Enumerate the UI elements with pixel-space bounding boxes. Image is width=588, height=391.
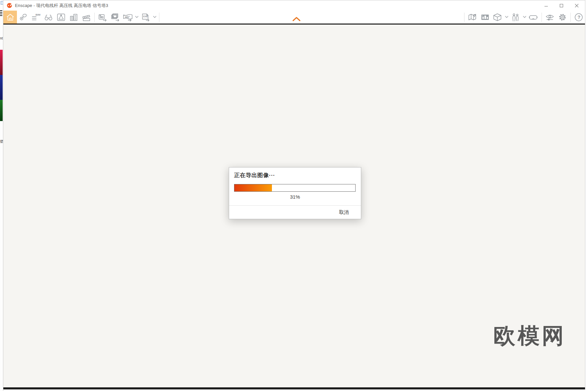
projection-mode-button[interactable]: [491, 11, 504, 24]
screenshot-export-button[interactable]: [96, 11, 109, 24]
window-title: Enscape - 现代电线杆 高压线 高压电塔 信号塔3: [15, 3, 108, 9]
progress-fill: [234, 184, 272, 191]
svg-text:EXE: EXE: [143, 15, 148, 17]
projection-menu-chevron[interactable]: [504, 11, 509, 24]
panorama-menu-chevron[interactable]: [134, 11, 139, 24]
enscape-window: Enscape - 现代电线杆 高压线 高压电塔 信号塔3 BIM: [3, 0, 585, 390]
minimize-button[interactable]: [539, 1, 553, 10]
titlebar: Enscape - 现代电线杆 高压线 高压电塔 信号塔3: [3, 0, 585, 11]
exe-menu-chevron[interactable]: [152, 11, 157, 24]
cube-3d-icon: [493, 13, 503, 22]
video-editor-button[interactable]: [80, 11, 93, 24]
scene-assets-button[interactable]: [67, 11, 80, 24]
help-button[interactable]: ?: [572, 11, 585, 24]
exe-export-button[interactable]: EXE: [139, 11, 152, 24]
batch-render-button[interactable]: [109, 11, 122, 24]
screen: nt 壁 Enscape - 现代电线杆 高压线 高压电塔 信号塔3: [0, 0, 588, 391]
enscape-logo-icon: [7, 3, 12, 8]
background-color-blue: [0, 75, 3, 100]
background-menu-lines: [0, 10, 2, 16]
progress-percent-label: 31%: [229, 194, 361, 200]
settings-button[interactable]: [556, 11, 569, 24]
background-color-red: [0, 50, 3, 75]
visual-settings-button[interactable]: [544, 11, 556, 24]
binoculars-icon: [44, 13, 53, 22]
map-icon: [467, 13, 477, 22]
people-icon: [511, 13, 521, 22]
walk-mode-chevron[interactable]: [522, 11, 527, 24]
site-context-button[interactable]: [17, 11, 30, 24]
clapperboard-icon: [81, 13, 91, 22]
help-icon: ?: [574, 12, 584, 22]
toolbar-separator: [542, 13, 542, 22]
batch-render-icon: [110, 13, 120, 22]
screenshot-export-icon: [98, 13, 108, 22]
vr-mode-button[interactable]: [527, 11, 540, 24]
toolbar-separator: [159, 13, 159, 22]
maximize-button[interactable]: [554, 1, 568, 10]
map-pin-icon: [19, 13, 28, 22]
dialog-title: 正在导出图像···: [234, 171, 275, 179]
eye-settings-icon: [545, 13, 555, 22]
progress-bar: [234, 184, 356, 192]
view-management-button[interactable]: [42, 11, 55, 24]
bim-mode-button[interactable]: BIM: [30, 11, 42, 24]
svg-text:?: ?: [578, 15, 581, 20]
close-button[interactable]: [570, 1, 584, 10]
orthographic-views-button[interactable]: [55, 11, 67, 24]
export-progress-dialog: 正在导出图像··· 31% 取消: [229, 167, 361, 219]
render-viewport[interactable]: 正在导出图像··· 31% 取消: [3, 25, 585, 388]
mini-map-button[interactable]: [466, 11, 479, 24]
background-text-top: nt: [0, 36, 3, 40]
view-cone-icon: [56, 13, 66, 22]
svg-text:BIM: BIM: [36, 13, 41, 16]
toolbar-separator: [570, 13, 571, 22]
walk-mode-button[interactable]: [509, 11, 522, 24]
vr-headset-icon: [528, 13, 539, 22]
window-bottom-border: [3, 387, 585, 389]
svg-text:360°: 360°: [125, 15, 130, 18]
home-icon: [6, 13, 15, 22]
toolbar-collapse-chevron[interactable]: [291, 16, 302, 22]
panorama-360-icon: 360°: [123, 13, 133, 22]
exe-export-icon: EXE: [141, 13, 151, 22]
cancel-button[interactable]: 取消: [336, 209, 352, 216]
bim-icon: BIM: [31, 13, 41, 22]
viewport-thumbnail-icon: [480, 13, 490, 22]
background-color-green: [0, 100, 3, 121]
toolbar-separator: [94, 13, 95, 22]
panorama-export-button[interactable]: 360°: [122, 11, 134, 24]
safe-frame-button[interactable]: [479, 11, 491, 24]
home-button[interactable]: [3, 11, 17, 24]
gear-icon: [557, 13, 567, 22]
dialog-separator: [229, 205, 361, 206]
toolbar-separator: [464, 13, 464, 22]
buildings-icon: [69, 13, 78, 22]
